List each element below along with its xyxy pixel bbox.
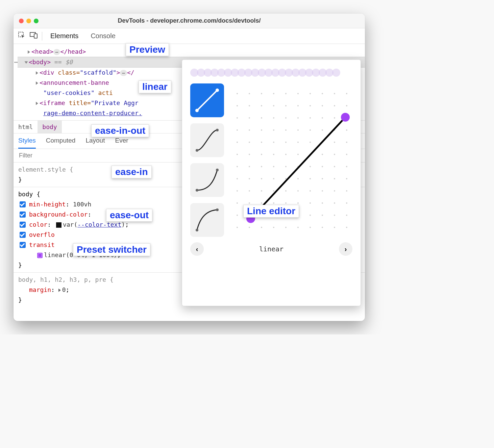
svg-point-64 (261, 154, 262, 155)
svg-point-76 (285, 166, 287, 167)
svg-point-120 (334, 215, 335, 216)
svg-point-55 (273, 142, 274, 143)
svg-point-66 (285, 154, 287, 155)
svg-point-130 (334, 227, 335, 228)
svg-point-83 (249, 178, 250, 179)
svg-point-62 (237, 154, 238, 155)
svg-point-4 (195, 109, 199, 112)
svg-point-18 (310, 93, 311, 94)
svg-point-58 (310, 142, 311, 143)
svg-point-127 (297, 227, 299, 228)
callout-ease-in-out: ease-in-out (91, 124, 149, 137)
svg-point-106 (285, 202, 287, 204)
svg-point-6 (196, 149, 198, 152)
svg-point-13 (249, 93, 250, 94)
svg-point-31 (346, 105, 347, 106)
svg-point-89 (322, 178, 323, 179)
checkbox-icon[interactable] (20, 211, 26, 218)
easing-preview (190, 66, 352, 79)
preset-ease-in-out[interactable] (190, 123, 224, 157)
inspect-icon[interactable] (18, 31, 26, 41)
svg-point-92 (237, 190, 238, 192)
svg-point-60 (334, 142, 335, 143)
expand-icon[interactable] (36, 81, 38, 85)
checkbox-icon[interactable] (20, 222, 26, 228)
callout-linear: linear (139, 80, 171, 93)
svg-point-108 (310, 202, 311, 204)
svg-point-34 (261, 117, 262, 119)
callout-preset-switcher: Preset switcher (73, 243, 150, 256)
svg-point-73 (249, 166, 250, 167)
prev-preset-button[interactable]: ‹ (190, 242, 204, 256)
expand-icon[interactable] (36, 71, 38, 75)
filter-input[interactable] (18, 152, 86, 159)
tab-computed[interactable]: Computed (46, 133, 76, 149)
preset-ease-out[interactable] (190, 203, 224, 237)
expand-icon[interactable] (58, 289, 61, 292)
ellipsis-icon[interactable]: ⋯ (53, 49, 60, 55)
preset-linear[interactable] (190, 83, 224, 117)
svg-point-38 (310, 117, 311, 119)
window-title: DevTools - developer.chrome.com/docs/dev… (14, 17, 365, 24)
svg-point-54 (261, 142, 262, 143)
svg-point-90 (334, 178, 335, 179)
easing-swatch-icon[interactable] (37, 253, 43, 258)
svg-point-8 (196, 189, 198, 192)
preset-ease-in[interactable] (190, 163, 224, 197)
svg-point-14 (261, 93, 262, 94)
svg-point-85 (273, 178, 274, 179)
preset-switcher: ‹ linear › (190, 242, 352, 256)
callout-line-editor: Line editor (243, 205, 299, 218)
svg-point-12 (237, 93, 238, 94)
next-preset-button[interactable]: › (339, 242, 352, 256)
svg-point-5 (216, 89, 219, 92)
expand-icon[interactable] (28, 50, 30, 54)
svg-point-51 (346, 129, 347, 131)
svg-point-52 (237, 142, 238, 143)
checkbox-icon[interactable] (20, 232, 26, 238)
svg-point-21 (346, 93, 347, 94)
color-swatch-icon[interactable] (56, 222, 61, 228)
checkbox-icon[interactable] (20, 201, 26, 207)
preset-list (190, 83, 225, 237)
svg-point-24 (261, 105, 262, 106)
svg-point-88 (310, 178, 311, 179)
tab-styles[interactable]: Styles (18, 133, 36, 149)
devtools-window: DevTools - developer.chrome.com/docs/dev… (14, 14, 365, 321)
collapse-icon[interactable] (25, 61, 28, 64)
svg-point-84 (261, 178, 262, 179)
device-toggle-icon[interactable] (30, 32, 38, 40)
svg-point-25 (273, 105, 274, 106)
tab-elements[interactable]: Elements (46, 32, 82, 40)
callout-ease-in: ease-in (112, 166, 152, 178)
checkbox-icon[interactable] (20, 242, 26, 248)
easing-editor-popover: ‹ linear › (182, 59, 361, 306)
crumb-html[interactable]: html (14, 121, 38, 133)
svg-point-32 (237, 117, 238, 119)
ellipsis-icon[interactable]: ⋯ (120, 70, 127, 76)
svg-point-16 (285, 93, 287, 94)
svg-point-121 (346, 215, 347, 216)
svg-point-72 (237, 166, 238, 167)
crumb-body[interactable]: body (38, 121, 61, 133)
svg-point-129 (322, 227, 323, 228)
svg-point-78 (310, 166, 311, 167)
svg-point-53 (249, 142, 250, 143)
svg-point-26 (285, 105, 287, 106)
iframe-src-link[interactable]: rage-demo-content-producer. (43, 109, 142, 117)
svg-point-10 (196, 229, 198, 231)
svg-point-69 (322, 154, 323, 155)
svg-point-118 (310, 215, 311, 216)
svg-point-30 (334, 105, 335, 106)
svg-point-97 (297, 190, 299, 192)
svg-point-67 (297, 154, 299, 155)
svg-point-27 (297, 105, 299, 106)
svg-point-86 (285, 178, 287, 179)
expand-icon[interactable] (36, 102, 38, 105)
editor-handle-end[interactable] (341, 113, 350, 122)
svg-line-3 (197, 90, 217, 110)
svg-point-61 (346, 142, 347, 143)
svg-point-45 (273, 129, 274, 131)
tab-console[interactable]: Console (87, 32, 119, 40)
svg-point-11 (216, 208, 219, 211)
